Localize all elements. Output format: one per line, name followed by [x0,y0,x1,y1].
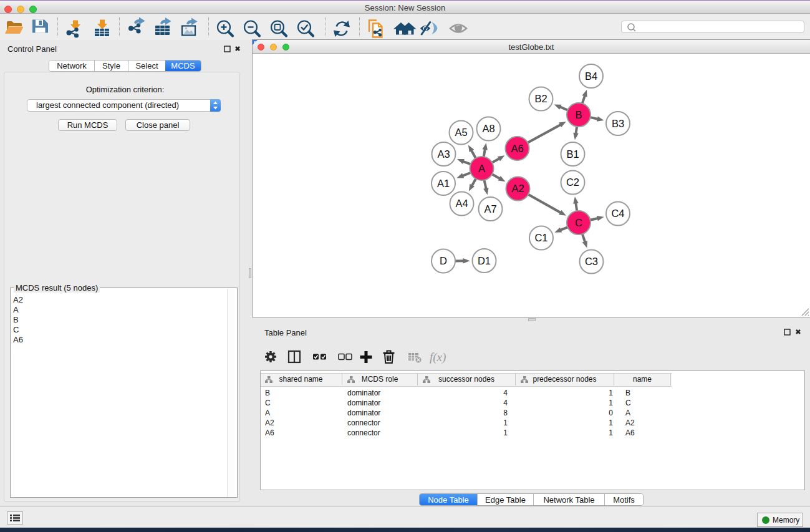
svg-text:C2: C2 [566,177,579,188]
svg-text:C1: C1 [534,232,547,243]
svg-text:D: D [440,255,447,266]
svg-text:A: A [478,163,485,174]
svg-text:A2: A2 [511,183,524,194]
svg-text:B4: B4 [585,70,597,82]
svg-text:B3: B3 [612,118,624,129]
svg-text:C3: C3 [585,256,598,267]
svg-text:D1: D1 [478,255,491,266]
svg-text:A5: A5 [455,127,467,138]
svg-text:A4: A4 [455,198,468,209]
svg-text:B1: B1 [566,148,579,160]
svg-text:A7: A7 [484,203,496,215]
svg-text:A6: A6 [511,143,523,154]
svg-text:A8: A8 [482,123,494,134]
svg-text:A1: A1 [437,178,450,189]
svg-text:C4: C4 [611,208,624,219]
svg-text:B2: B2 [534,93,547,104]
svg-text:A3: A3 [437,148,450,160]
svg-text:C: C [575,217,582,228]
svg-text:B: B [575,109,582,120]
svg-text:f(x): f(x) [430,351,446,364]
